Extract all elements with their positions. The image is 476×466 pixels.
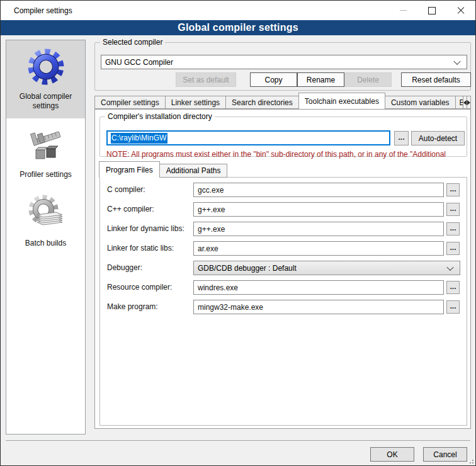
chevron-down-icon xyxy=(446,263,453,270)
c-compiler-value: gcc.exe xyxy=(198,186,224,195)
maximize-button[interactable] xyxy=(417,1,446,20)
sidebar-item-label: Batch builds xyxy=(25,239,66,248)
dialog-header-title: Global compiler settings xyxy=(178,22,298,33)
toolchain-executables-page: Compiler's installation directory C:\ray… xyxy=(94,109,471,429)
selected-compiler-group: Selected compiler GNU GCC Compiler Set a… xyxy=(94,42,471,91)
cpp-compiler-browse-button[interactable]: ... xyxy=(446,203,460,216)
cpp-compiler-label: C++ compiler: xyxy=(107,205,154,213)
installation-directory-browse-button[interactable]: ... xyxy=(394,131,409,145)
static-linker-value: ar.exe xyxy=(198,244,218,253)
window-title: Compiler settings xyxy=(14,6,72,15)
tab-toolchain-executables[interactable]: Toolchain executables xyxy=(298,93,385,109)
gray-gear-papers-icon xyxy=(26,193,66,234)
resource-compiler-browse-button[interactable]: ... xyxy=(446,281,460,294)
make-program-label: Make program: xyxy=(107,302,158,311)
static-linker-browse-button[interactable]: ... xyxy=(446,242,460,255)
compiler-select[interactable]: GNU GCC Compiler xyxy=(101,55,467,69)
sidebar-item-batch-builds[interactable]: Batch builds xyxy=(6,187,85,256)
reset-defaults-button[interactable]: Reset defaults xyxy=(401,72,471,87)
form-row-make-program: Make program: mingw32-make.exe ... xyxy=(100,300,467,314)
cpp-compiler-value: g++.exe xyxy=(198,205,225,214)
installation-directory-input[interactable]: C:\raylib\MinGW xyxy=(106,130,390,145)
form-row-resource-compiler: Resource compiler: windres.exe ... xyxy=(100,280,467,295)
resource-compiler-value: windres.exe xyxy=(198,283,238,292)
c-compiler-input[interactable]: gcc.exe xyxy=(193,183,444,197)
minimize-button[interactable] xyxy=(388,1,417,20)
titlebar: Compiler settings xyxy=(1,1,475,20)
dynamic-linker-value: g++.exe xyxy=(198,225,225,234)
delete-button[interactable]: Delete xyxy=(344,72,392,87)
dynamic-linker-input[interactable]: g++.exe xyxy=(193,222,444,236)
compiler-settings-dialog: Compiler settings Global compiler settin… xyxy=(0,0,476,466)
sidebar-item-profiler-settings[interactable]: Profiler settings xyxy=(6,118,85,187)
program-files-tabstrip: Program Files Additional Paths xyxy=(99,161,227,178)
cancel-button[interactable]: Cancel xyxy=(423,447,467,462)
make-program-browse-button[interactable]: ... xyxy=(446,300,460,314)
tab-build-options[interactable]: Build xyxy=(455,96,463,109)
debugger-select[interactable]: GDB/CDB debugger : Default xyxy=(193,261,460,275)
minimize-icon xyxy=(400,10,407,11)
sidebar-item-global-compiler-settings[interactable]: Global compiler settings xyxy=(6,40,85,118)
debugger-label: Debugger: xyxy=(107,263,142,272)
close-button[interactable] xyxy=(446,1,475,20)
settings-category-list: Global compiler settings Profiler settin… xyxy=(6,40,86,435)
form-row-debugger: Debugger: GDB/CDB debugger : Default xyxy=(100,261,467,275)
chevron-down-icon xyxy=(453,57,460,64)
form-row-static-linker: Linker for static libs: ar.exe ... xyxy=(100,241,467,256)
copy-button[interactable]: Copy xyxy=(250,72,297,87)
blue-gear-icon xyxy=(26,47,66,87)
form-row-dynamic-linker: Linker for dynamic libs: g++.exe ... xyxy=(100,222,467,236)
make-program-input[interactable]: mingw32-make.exe xyxy=(193,300,444,314)
maximize-icon xyxy=(428,7,436,14)
installation-directory-group: Compiler's installation directory C:\ray… xyxy=(99,116,467,157)
resource-compiler-input[interactable]: windres.exe xyxy=(193,280,444,295)
sidebar-item-label: Global compiler settings xyxy=(8,92,84,111)
resource-compiler-label: Resource compiler: xyxy=(107,283,172,292)
tab-scroll-right-button[interactable] xyxy=(467,96,471,109)
subtab-program-files[interactable]: Program Files xyxy=(99,161,160,178)
caliper-icon xyxy=(26,125,66,165)
sidebar-item-label: Profiler settings xyxy=(20,170,72,179)
bin-subdirectory-note: NOTE: All programs must exist either in … xyxy=(106,150,465,159)
static-linker-input[interactable]: ar.exe xyxy=(193,241,444,256)
c-compiler-label: C compiler: xyxy=(107,185,145,194)
form-row-cpp-compiler: C++ compiler: g++.exe ... xyxy=(100,202,467,217)
subtab-additional-paths[interactable]: Additional Paths xyxy=(159,164,228,178)
compiler-select-value: GNU GCC Compiler xyxy=(105,58,173,67)
auto-detect-button[interactable]: Auto-detect xyxy=(411,131,465,145)
dynamic-linker-label: Linker for dynamic libs: xyxy=(107,224,184,233)
close-icon xyxy=(457,7,465,14)
set-as-default-button[interactable]: Set as default xyxy=(176,72,236,87)
cpp-compiler-input[interactable]: g++.exe xyxy=(193,202,444,217)
form-row-c-compiler: C compiler: gcc.exe ... xyxy=(100,183,467,197)
footer-divider xyxy=(6,440,470,441)
static-linker-label: Linker for static libs: xyxy=(107,244,174,253)
resize-grip[interactable] xyxy=(468,458,473,463)
arrow-right-icon xyxy=(467,100,470,105)
dynamic-linker-browse-button[interactable]: ... xyxy=(446,222,460,236)
rename-button[interactable]: Rename xyxy=(297,72,344,87)
program-files-page: C compiler: gcc.exe ... C++ compiler: g+… xyxy=(99,177,467,426)
installation-directory-legend: Compiler's installation directory xyxy=(105,112,215,121)
c-compiler-browse-button[interactable]: ... xyxy=(446,183,460,196)
make-program-value: mingw32-make.exe xyxy=(198,303,263,312)
tab-search-directories[interactable]: Search directories xyxy=(225,96,299,109)
installation-directory-value: C:\raylib\MinGW xyxy=(111,133,167,144)
tab-custom-variables[interactable]: Custom variables xyxy=(385,96,456,109)
tab-compiler-settings[interactable]: Compiler settings xyxy=(94,96,166,109)
ok-button[interactable]: OK xyxy=(370,447,414,462)
debugger-value: GDB/CDB debugger : Default xyxy=(198,264,297,273)
selected-compiler-legend: Selected compiler xyxy=(100,38,165,47)
dialog-header: Global compiler settings xyxy=(1,20,475,35)
tab-linker-settings[interactable]: Linker settings xyxy=(165,96,226,109)
settings-tabstrip: Compiler settings Linker settings Search… xyxy=(94,93,471,109)
